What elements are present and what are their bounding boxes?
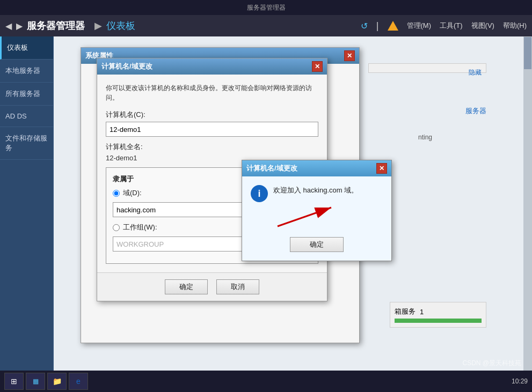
windows-icon: ⊞	[11, 377, 17, 386]
computer-name-description: 你可以更改该计算机的名称和成员身份。更改可能会影响对网络资源的访问。	[106, 83, 318, 102]
welcome-dialog: 计算机名/域更改 ✕ i 欢迎加入 hacking.com 域。	[242, 160, 392, 261]
sidebar-item-all-servers[interactable]: 所有服务器	[0, 83, 53, 106]
watermark: CSDN @景天科技苑	[462, 359, 521, 368]
welcome-close-icon: ✕	[379, 165, 384, 172]
sidebar-item-local-label: 本地服务器	[5, 66, 40, 75]
scrollbar-thumb[interactable]	[524, 37, 531, 69]
welcome-titlebar: 计算机名/域更改 ✕	[242, 160, 391, 176]
sidebar-item-adds[interactable]: AD DS	[0, 106, 53, 127]
sidebar-item-adds-label: AD DS	[5, 112, 27, 120]
hide-button[interactable]: 隐藏	[469, 68, 482, 77]
welcome-ok-button[interactable]: 确定	[290, 237, 344, 252]
domain-radio-label: 域(D):	[123, 188, 142, 198]
sidebar-item-all-label: 所有服务器	[5, 90, 40, 98]
view-menu[interactable]: 视图(V)	[471, 21, 494, 31]
computer-name-buttons: 确定 取消	[97, 272, 327, 301]
warning-icon	[388, 21, 398, 31]
main-content: nting 隐藏 服务器 箱服务 1 系统属性 ✕	[54, 36, 532, 392]
content-area: 仪表板 本地服务器 所有服务器 AD DS 文件和存储服务 nting 隐藏	[0, 36, 532, 392]
help-menu[interactable]: 帮助(H)	[503, 21, 527, 31]
workgroup-radio-label: 工作组(W):	[123, 223, 157, 232]
title-bar: 服务器管理器	[0, 0, 532, 15]
watermark-text: CSDN @景天科技苑	[462, 359, 521, 367]
welcome-message: 欢迎加入 hacking.com 域。	[273, 185, 358, 196]
computer-name-label: 计算机名(C):	[106, 110, 318, 120]
services-count-number: 1	[420, 308, 424, 316]
computer-name-input[interactable]	[106, 122, 318, 137]
computer-name-close-icon: ✕	[315, 63, 320, 70]
separator-bar: |	[376, 20, 379, 32]
manage-menu[interactable]: 管理(M)	[407, 21, 432, 31]
welcome-body: i 欢迎加入 hacking.com 域。	[251, 185, 358, 202]
welcome-button-row: 确定	[251, 237, 383, 252]
tools-menu[interactable]: 工具(T)	[440, 21, 463, 31]
taskbar-sm-icon: ▦	[33, 378, 39, 385]
sidebar-item-local-server[interactable]: 本地服务器	[0, 60, 53, 83]
scrollbar[interactable]	[523, 36, 532, 392]
taskbar-time: 10:29	[512, 378, 528, 385]
full-name-label: 计算机全名:	[106, 142, 318, 152]
sidebar-item-file-storage[interactable]: 文件和存储服务	[0, 127, 53, 160]
taskbar: ⊞ ▦ 📁 e 10:29	[0, 371, 532, 392]
info-icon: i	[251, 185, 268, 202]
system-props-close-icon: ✕	[347, 52, 352, 60]
menu-bar: ◀ ▶ 服务器管理器 ▶ 仪表板 ↺ | 管理(M) 工具(T) 视图(V) 帮…	[0, 15, 532, 36]
taskbar-ie[interactable]: e	[69, 373, 88, 390]
title-bar-text: 服务器管理器	[247, 3, 286, 12]
sidebar-item-file-label: 文件和存储服务	[5, 134, 47, 152]
services-count-row: 箱服务 1	[395, 307, 482, 316]
sidebar-item-dashboard-label: 仪表板	[7, 43, 28, 51]
svg-line-1	[278, 208, 331, 226]
breadcrumb-current: 仪表板	[106, 19, 135, 32]
system-props-close-button[interactable]: ✕	[344, 50, 355, 61]
workgroup-radio[interactable]	[113, 224, 120, 231]
welcome-close-button[interactable]: ✕	[376, 163, 387, 174]
info-icon-letter: i	[258, 188, 260, 199]
welcome-title: 计算机名/域更改	[246, 164, 297, 173]
welcome-content: i 欢迎加入 hacking.com 域。	[242, 176, 391, 261]
computer-name-close-button[interactable]: ✕	[312, 61, 323, 72]
taskbar-ie-icon: e	[76, 377, 81, 386]
computer-name-ok-button[interactable]: 确定	[165, 279, 208, 294]
taskbar-explorer-icon: 📁	[53, 377, 62, 386]
sidebar-item-dashboard[interactable]: 仪表板	[0, 36, 53, 60]
forward-icon[interactable]: ▶	[16, 21, 23, 31]
computer-name-titlebar: 计算机名/域更改 ✕	[97, 58, 327, 75]
breadcrumb-sep: ▶	[94, 20, 102, 32]
services-progress-bar	[395, 319, 482, 323]
taskbar-server-manager[interactable]: ▦	[26, 373, 45, 390]
back-icon[interactable]: ◀	[5, 21, 12, 31]
refresh-button[interactable]: ↺	[361, 21, 368, 31]
main-background: 服务器管理器 ◀ ▶ 服务器管理器 ▶ 仪表板 ↺ | 管理(M) 工具(T) …	[0, 0, 532, 392]
printing-text: nting	[418, 134, 432, 141]
services-panel: 箱服务 1	[390, 302, 486, 328]
computer-name-title: 计算机名/域更改	[101, 62, 152, 71]
app-title: 服务器管理器	[27, 19, 85, 32]
services-label: 箱服务	[395, 307, 416, 316]
computer-name-cancel-button[interactable]: 取消	[216, 279, 259, 294]
menu-bar-right: ↺ | 管理(M) 工具(T) 视图(V) 帮助(H)	[361, 20, 527, 32]
red-arrow-graphic	[272, 202, 342, 232]
sidebar: 仪表板 本地服务器 所有服务器 AD DS 文件和存储服务	[0, 36, 54, 392]
start-button[interactable]: ⊞	[4, 373, 24, 390]
server-panel: nting 隐藏	[368, 63, 486, 73]
server-text[interactable]: 服务器	[465, 106, 486, 116]
taskbar-explorer[interactable]: 📁	[47, 373, 67, 390]
domain-radio[interactable]	[113, 190, 120, 197]
